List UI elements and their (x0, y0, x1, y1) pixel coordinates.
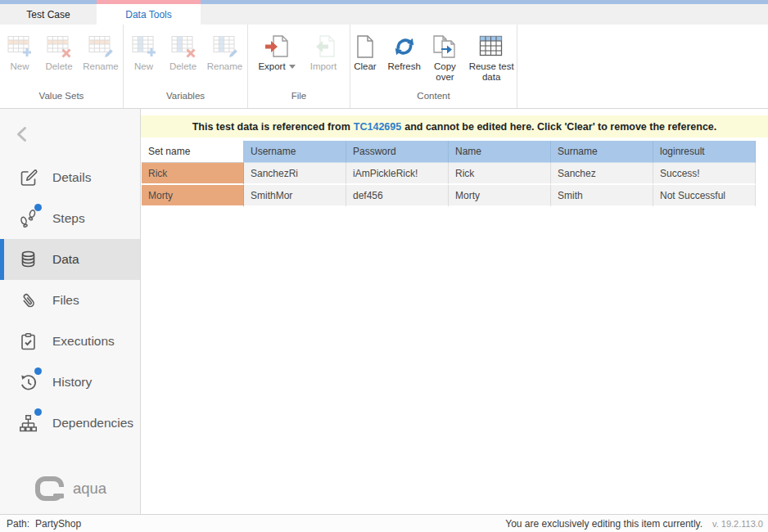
reference-warning-banner: This test data is referenced fromTC14269… (141, 115, 768, 138)
sidebar-item-history[interactable]: History (0, 362, 140, 403)
ribbon-group-variables: New Delete (124, 25, 248, 108)
footprints-icon (17, 208, 38, 229)
notification-dot (34, 204, 42, 211)
copy-pages-icon (431, 32, 459, 61)
table-header-row: Set name Username Password Name Surname … (142, 141, 756, 163)
import-icon (309, 32, 337, 61)
ribbon-group-content: Clear Refresh (350, 25, 517, 108)
group-label-variables: Variables (124, 88, 247, 108)
group-label-value-sets: Value Sets (0, 88, 123, 108)
sidebar-nav: Details Steps Data (0, 157, 140, 444)
sidebar: Details Steps Data (0, 109, 141, 514)
tab-data-tools[interactable]: Data Tools (97, 4, 201, 25)
set-name-cell[interactable]: Rick (142, 163, 244, 185)
table-row-add-icon (7, 32, 32, 61)
sidebar-item-steps[interactable]: Steps (0, 198, 140, 239)
data-cell[interactable]: SmithMor (244, 185, 346, 207)
variables-rename-button[interactable]: Rename (205, 32, 246, 72)
paperclip-icon (17, 290, 38, 311)
variables-new-button[interactable]: New (126, 32, 162, 72)
data-cell[interactable]: Sanchez (551, 163, 653, 185)
history-clock-icon (17, 372, 38, 393)
data-cell[interactable]: Smith (551, 185, 653, 207)
ribbon-group-file: Export Import File (248, 25, 350, 108)
logo-text: aqua (73, 480, 106, 498)
value-sets-delete-button[interactable]: Delete (40, 32, 78, 72)
ribbon: New Delete (0, 25, 768, 109)
tab-test-case[interactable]: Test Case (0, 4, 97, 25)
table-column-rename-icon (213, 32, 237, 61)
blank-page-icon (355, 32, 375, 61)
export-icon (263, 32, 291, 61)
data-cell[interactable]: def456 (346, 185, 449, 207)
banner-text-after: and cannot be edited here. Click 'Clear'… (404, 121, 716, 133)
reuse-test-data-button[interactable]: Reuse test data (466, 32, 517, 83)
data-cell[interactable]: Morty (449, 185, 551, 207)
sidebar-item-executions[interactable]: Executions (0, 321, 140, 362)
data-cell[interactable]: SanchezRi (244, 163, 346, 185)
data-cell[interactable]: Rick (449, 163, 551, 185)
notification-dot (34, 367, 42, 375)
column-header-password[interactable]: Password (346, 141, 449, 163)
value-sets-rename-button[interactable]: Rename (80, 32, 121, 72)
sidebar-item-label: Data (52, 252, 79, 267)
refresh-button[interactable]: Refresh (385, 32, 424, 72)
sidebar-item-label: Files (52, 293, 79, 308)
data-cell[interactable]: Success! (653, 163, 756, 185)
data-cell[interactable]: Not Successful (653, 185, 756, 207)
column-header-username[interactable]: Username (244, 141, 346, 163)
sidebar-item-files[interactable]: Files (0, 280, 140, 321)
data-table-icon (479, 32, 504, 61)
variables-delete-button[interactable]: Delete (165, 32, 202, 72)
path-value: PartyShop (35, 518, 81, 530)
sidebar-item-label: History (52, 375, 92, 390)
value-sets-new-button[interactable]: New (2, 32, 38, 72)
group-label-content: Content (350, 88, 517, 108)
sidebar-item-label: Details (52, 170, 91, 185)
path-label: Path: (7, 518, 29, 530)
table-row: Rick SanchezRi iAmPickleRick! Rick Sanch… (142, 163, 756, 185)
import-button[interactable]: Import (305, 32, 342, 72)
ribbon-tab-bar: Test Case Data Tools (0, 4, 768, 25)
version-label: v. 19.2.113.0 (712, 519, 763, 529)
clear-button[interactable]: Clear (350, 32, 380, 72)
edit-icon (17, 167, 38, 188)
edit-lock-message: You are exclusively editing this item cu… (505, 518, 702, 530)
table-row: Morty SmithMor def456 Morty Smith Not Su… (142, 185, 756, 207)
clipboard-check-icon (17, 331, 38, 352)
table-column-delete-icon (171, 32, 196, 61)
ribbon-spacer (517, 25, 768, 108)
sidebar-item-label: Steps (52, 211, 85, 226)
export-button[interactable]: Export (255, 32, 298, 72)
column-header-set-name[interactable]: Set name (142, 141, 244, 163)
notification-dot (34, 408, 42, 416)
sidebar-collapse-button[interactable] (13, 124, 34, 146)
sidebar-item-data[interactable]: Data (0, 239, 140, 280)
test-case-reference-link[interactable]: TC142695 (354, 121, 401, 133)
aqua-logo: aqua (0, 476, 141, 501)
sidebar-item-label: Executions (52, 334, 115, 349)
ribbon-group-value-sets: New Delete (0, 25, 124, 108)
data-cell[interactable]: iAmPickleRick! (346, 163, 449, 185)
banner-text-before: This test data is referenced from (192, 121, 350, 133)
hierarchy-icon (17, 413, 38, 434)
group-label-file: File (248, 88, 350, 108)
set-name-cell[interactable]: Morty (142, 185, 244, 207)
status-bar: Path: PartyShop You are exclusively edit… (0, 514, 768, 532)
database-icon (17, 249, 38, 270)
test-data-table: Set name Username Password Name Surname … (142, 141, 756, 207)
dropdown-caret-icon (289, 65, 296, 69)
table-row-delete-icon (47, 32, 71, 61)
sidebar-item-dependencies[interactable]: Dependencies (0, 403, 140, 444)
main-content: This test data is referenced fromTC14269… (141, 109, 768, 514)
column-header-loginresult[interactable]: loginresult (653, 141, 756, 163)
copy-over-button[interactable]: Copy over (429, 32, 462, 83)
table-row-rename-icon (88, 32, 113, 61)
table-column-add-icon (132, 32, 156, 61)
sidebar-item-details[interactable]: Details (0, 157, 140, 198)
column-header-surname[interactable]: Surname (551, 141, 653, 163)
sidebar-item-label: Dependencies (52, 416, 133, 431)
refresh-icon (392, 32, 417, 61)
column-header-name[interactable]: Name (449, 141, 551, 163)
